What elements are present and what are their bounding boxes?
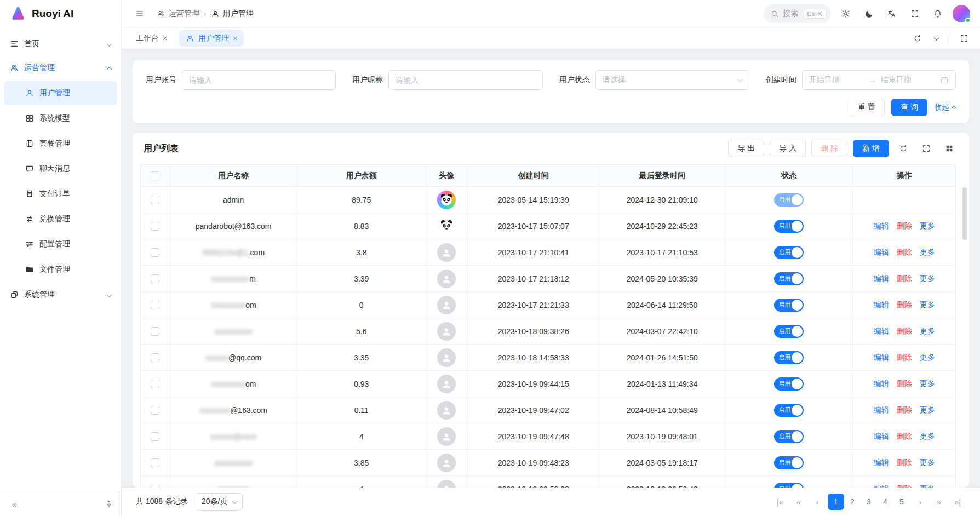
breadcrumb-item-current[interactable]: 用户管理: [211, 9, 254, 19]
more-link[interactable]: 更多: [920, 379, 935, 388]
row-checkbox[interactable]: [151, 432, 159, 441]
user-avatar[interactable]: [953, 5, 970, 22]
status-toggle[interactable]: 启用: [774, 246, 804, 259]
page-button-4[interactable]: 4: [877, 494, 893, 510]
gear-icon[interactable]: [838, 5, 854, 22]
import-button[interactable]: 导 入: [770, 140, 806, 157]
status-toggle[interactable]: 启用: [774, 430, 804, 443]
tab-user-management[interactable]: 用户管理 ×: [179, 30, 244, 47]
export-button[interactable]: 导 出: [728, 140, 764, 157]
more-link[interactable]: 更多: [920, 353, 935, 362]
more-link[interactable]: 更多: [920, 432, 935, 440]
edit-link[interactable]: 编辑: [874, 432, 889, 440]
more-link[interactable]: 更多: [920, 221, 935, 230]
delete-link[interactable]: 删除: [897, 379, 912, 388]
row-checkbox[interactable]: [151, 327, 159, 336]
status-toggle[interactable]: 启用: [774, 351, 804, 364]
page-button-2[interactable]: 2: [844, 494, 861, 510]
sidebar-item-system[interactable]: 系统管理: [0, 283, 121, 307]
more-link[interactable]: 更多: [920, 274, 935, 283]
delete-link[interactable]: 删除: [897, 221, 912, 230]
edit-link[interactable]: 编辑: [874, 458, 889, 467]
search-button[interactable]: 查 询: [891, 99, 927, 116]
translate-icon[interactable]: [884, 5, 900, 22]
delete-link[interactable]: 删除: [897, 353, 912, 362]
status-toggle[interactable]: 启用: [774, 483, 804, 488]
nickname-input[interactable]: [388, 70, 542, 90]
row-checkbox[interactable]: [151, 196, 159, 204]
prev-5-pages-button[interactable]: «: [790, 494, 807, 510]
delete-button[interactable]: 删 除: [811, 140, 847, 157]
row-checkbox[interactable]: [151, 380, 159, 388]
delete-link[interactable]: 删除: [897, 326, 912, 335]
account-input[interactable]: [182, 70, 336, 90]
edit-link[interactable]: 编辑: [874, 221, 889, 230]
refresh-tabs-icon[interactable]: [909, 30, 926, 47]
more-link[interactable]: 更多: [920, 405, 935, 414]
sidebar-subitem[interactable]: 兑换管理: [4, 207, 117, 231]
page-button-5[interactable]: 5: [893, 494, 910, 510]
pin-icon[interactable]: [105, 500, 113, 509]
hamburger-menu-icon[interactable]: [131, 5, 148, 22]
delete-link[interactable]: 删除: [897, 248, 912, 256]
sidebar-item-operations[interactable]: 运营管理: [0, 56, 121, 80]
row-checkbox[interactable]: [151, 248, 159, 257]
close-icon[interactable]: ×: [163, 35, 167, 42]
edit-link[interactable]: 编辑: [874, 326, 889, 335]
reset-button[interactable]: 重 置: [849, 99, 885, 116]
sidebar-subitem[interactable]: 支付订单: [4, 182, 117, 206]
edit-link[interactable]: 编辑: [874, 379, 889, 388]
tab-workbench[interactable]: 工作台 ×: [129, 30, 174, 47]
edit-link[interactable]: 编辑: [874, 274, 889, 283]
delete-link[interactable]: 删除: [897, 484, 912, 488]
more-link[interactable]: 更多: [920, 300, 935, 309]
status-toggle[interactable]: 启用: [774, 220, 804, 233]
sidebar-subitem[interactable]: 文件管理: [4, 257, 117, 282]
date-range-picker[interactable]: 开始日期 → 结束日期: [802, 70, 956, 90]
sidebar-subitem[interactable]: 配置管理: [4, 232, 117, 256]
dark-mode-icon[interactable]: [861, 5, 877, 22]
delete-link[interactable]: 删除: [897, 405, 912, 414]
row-checkbox[interactable]: [151, 301, 159, 309]
collapse-filter-link[interactable]: 收起: [934, 102, 956, 112]
select-all-checkbox[interactable]: [151, 171, 159, 180]
tabs-dropdown-icon[interactable]: [928, 30, 944, 47]
content-fullscreen-icon[interactable]: [956, 30, 972, 47]
edit-link[interactable]: 编辑: [874, 484, 889, 488]
row-checkbox[interactable]: [151, 485, 159, 488]
row-checkbox[interactable]: [151, 353, 159, 362]
edit-link[interactable]: 编辑: [874, 248, 889, 256]
edit-link[interactable]: 编辑: [874, 405, 889, 414]
last-page-button[interactable]: »|: [949, 494, 966, 510]
next-5-pages-button[interactable]: »: [931, 494, 947, 510]
status-select[interactable]: 请选择: [595, 70, 749, 90]
more-link[interactable]: 更多: [920, 326, 935, 335]
sidebar-subitem[interactable]: 系统模型: [4, 106, 117, 130]
status-toggle[interactable]: 启用: [774, 404, 804, 417]
page-size-select[interactable]: 20条/页: [196, 493, 243, 511]
table-fullscreen-icon[interactable]: [918, 140, 935, 157]
sidebar-item-home[interactable]: 首页: [0, 32, 121, 56]
delete-link[interactable]: 删除: [897, 458, 912, 467]
more-link[interactable]: 更多: [920, 248, 935, 256]
row-checkbox[interactable]: [151, 274, 159, 283]
prev-page-button[interactable]: ‹: [809, 494, 826, 510]
more-link[interactable]: 更多: [920, 458, 935, 467]
bell-icon[interactable]: [930, 5, 946, 22]
row-checkbox[interactable]: [151, 406, 159, 415]
global-search[interactable]: 搜索 Ctrl K: [764, 4, 832, 23]
sidebar-subitem[interactable]: 套餐管理: [4, 131, 117, 156]
more-link[interactable]: 更多: [920, 484, 935, 488]
page-button-1[interactable]: 1: [828, 494, 844, 510]
first-page-button[interactable]: |«: [772, 494, 788, 510]
row-checkbox[interactable]: [151, 458, 159, 467]
next-page-button[interactable]: ›: [912, 494, 929, 510]
fullscreen-icon[interactable]: [907, 5, 923, 22]
status-toggle[interactable]: 启用: [774, 325, 804, 338]
status-toggle[interactable]: 启用: [774, 193, 804, 207]
close-icon[interactable]: ×: [233, 35, 237, 42]
sidebar-subitem[interactable]: 用户管理: [4, 81, 117, 105]
vertical-scrollbar[interactable]: [962, 187, 967, 485]
column-settings-icon[interactable]: [941, 140, 958, 157]
status-toggle[interactable]: 启用: [774, 377, 804, 391]
